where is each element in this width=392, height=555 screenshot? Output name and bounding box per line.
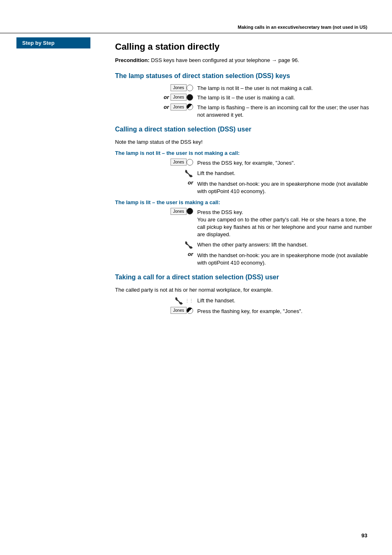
jones-key-s2-2: Jones: [171, 208, 187, 215]
key-lamp-on-2: Jones: [171, 208, 193, 215]
step-row-dss-press-2: Jones Press the DSS key. You are camped …: [115, 208, 376, 239]
lamp-row-flash-left: or Jones: [115, 104, 197, 111]
jones-key-s3: Jones: [171, 307, 187, 314]
step-row-dss-press-2-text: Press the DSS key. You are camped on to …: [197, 208, 376, 239]
section2-sub2-title: The lamp is lit – the user is making a c…: [115, 199, 376, 205]
section1-title: The lamp statuses of direct station sele…: [115, 72, 376, 81]
left-panel: Step by Step: [16, 33, 107, 317]
step-row-or-speaker-2: or With the handset on-hook: you are in …: [115, 251, 376, 267]
step-row-s3-lift-left: ⋮⋮: [115, 296, 197, 305]
section2-title: Calling a direct station selection (DSS)…: [115, 125, 376, 134]
page-header: Making calls in an executive/secretary t…: [0, 0, 392, 33]
key-lamp-on-widget: Jones: [171, 94, 193, 101]
step-row-or-speaker-2-left: or: [115, 251, 197, 257]
step-row-lift-handset-2-text: When the other party answers: lift the h…: [197, 240, 376, 249]
or-label-speaker1: or: [188, 180, 193, 186]
page-title: Calling a station directly: [115, 41, 376, 52]
step-row-or-speaker-1-text: With the handset on-hook: you are in spe…: [197, 180, 376, 195]
step-row-or-speaker-1-left: or or: [115, 180, 197, 186]
step-row-lift-handset-2-left: [115, 240, 197, 249]
lamp-row-flash: or Jones The lamp is flashing – there is…: [115, 104, 376, 119]
key-lamp-flash-widget: Jones: [171, 104, 193, 111]
right-panel: Calling a station directly Precondition:…: [107, 33, 376, 317]
jones-key-off: Jones: [171, 84, 187, 91]
page-number: 93: [362, 532, 367, 539]
jones-key-on: Jones: [171, 94, 187, 101]
step-row-or-speaker-2-text: With the handset on-hook: you are in spe…: [197, 251, 376, 267]
jones-key-flash: Jones: [171, 104, 187, 111]
or-label-speaker2: or: [188, 251, 193, 257]
lamp-row-off: Jones The lamp is not lit – the user is …: [115, 84, 376, 92]
page: Making calls in an executive/secretary t…: [0, 0, 392, 555]
lamp-off-icon: [187, 85, 193, 91]
step-by-step-box: Step by Step: [16, 37, 90, 48]
section3-title: Taking a call for a direct station selec…: [115, 273, 376, 282]
lamp-on-icon: [187, 94, 193, 101]
step-row-lift-handset-2: When the other party answers: lift the h…: [115, 240, 376, 249]
jones-key-s2-1: Jones: [171, 159, 187, 166]
section2-sub1-title: The lamp is not lit – the user is not ma…: [115, 150, 376, 156]
lamp-row-on-left: or Jones: [115, 94, 197, 101]
lamp-row-flash-text: The lamp is flashing – there is an incom…: [197, 104, 376, 119]
key-lamp-off-2: Jones: [171, 159, 193, 166]
lamp-row-on-text: The lamp is lit – the user is making a c…: [197, 94, 376, 101]
step-row-dss-press-2-left: Jones: [115, 208, 197, 215]
lamp-flash-s3: [187, 307, 193, 314]
lamp-row-on: or Jones The lamp is lit – the user is m…: [115, 94, 376, 101]
lamp-on-s2-2: [187, 208, 193, 214]
section3-intro: The called party is not at his or her no…: [115, 286, 376, 294]
step-row-s3-press: Jones Press the flashing key, for exampl…: [115, 307, 376, 315]
or-label-2: or: [164, 104, 169, 110]
step-row-dss-press-1-text: Press the DSS key, for example, "Jones".: [197, 159, 376, 167]
precondition-body: DSS keys have been configured at your te…: [151, 57, 299, 63]
step-row-lift-handset-1: Lift the handset.: [115, 169, 376, 178]
lamp-row-off-text: The lamp is not lit – the user is not ma…: [197, 84, 376, 92]
step-row-dss-press-1-left: Jones: [115, 159, 197, 166]
or-label-1: or: [164, 94, 169, 100]
precondition-prefix: Precondition:: [115, 57, 150, 63]
step-row-lift-handset-1-left: [115, 169, 197, 178]
lamp-flash-icon: [187, 104, 193, 110]
section2-note: Note the lamp status of the DSS key!: [115, 138, 376, 146]
key-lamp-off-widget: Jones: [171, 84, 193, 91]
step-row-s3-press-left: Jones: [115, 307, 197, 314]
step-row-or-speaker-1: or or With the handset on-hook: you are …: [115, 180, 376, 195]
header-title: Making calls in an executive/secretary t…: [238, 25, 367, 30]
step-row-lift-handset-1-text: Lift the handset.: [197, 169, 376, 177]
key-lamp-flash-3: Jones: [171, 307, 193, 314]
step-row-s3-lift: ⋮⋮ Lift the handset.: [115, 296, 376, 305]
lamp-row-off-left: Jones: [115, 84, 197, 91]
lamp-off-s2-1: [187, 159, 193, 166]
precondition-text: Precondition: DSS keys have been configu…: [115, 56, 376, 64]
step-row-s3-press-text: Press the flashing key, for example, "Jo…: [197, 307, 376, 315]
vibrate-symbol: ⋮⋮: [185, 298, 193, 304]
main-content: Step by Step Calling a station directly …: [0, 33, 392, 334]
step-row-dss-press-1: Jones Press the DSS key, for example, "J…: [115, 159, 376, 167]
step-row-s3-lift-text: Lift the handset.: [197, 296, 376, 304]
